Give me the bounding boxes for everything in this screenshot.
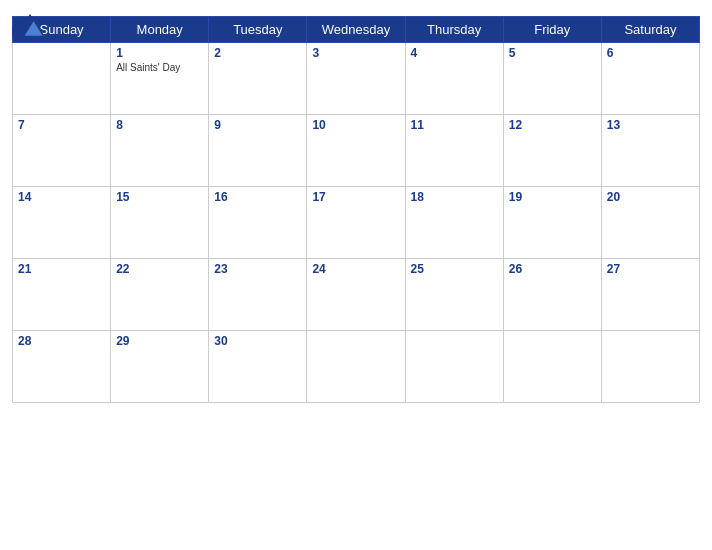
calendar-cell: 21 [13,259,111,331]
date-number: 16 [214,190,301,204]
calendar-cell: 25 [405,259,503,331]
day-header-monday: Monday [111,17,209,43]
date-number: 23 [214,262,301,276]
date-number: 18 [411,190,498,204]
date-number: 25 [411,262,498,276]
day-header-friday: Friday [503,17,601,43]
date-number: 7 [18,118,105,132]
date-number: 22 [116,262,203,276]
calendar-cell: 8 [111,115,209,187]
calendar-cell: 16 [209,187,307,259]
logo [12,10,48,38]
calendar-cell: 27 [601,259,699,331]
date-number: 9 [214,118,301,132]
days-header-row: Sunday Monday Tuesday Wednesday Thursday… [13,17,700,43]
date-number: 30 [214,334,301,348]
calendar-cell: 5 [503,43,601,115]
calendar-cell: 17 [307,187,405,259]
calendar-cell: 7 [13,115,111,187]
day-header-wednesday: Wednesday [307,17,405,43]
calendar-cell [307,331,405,403]
calendar-container: Sunday Monday Tuesday Wednesday Thursday… [0,0,712,550]
date-number: 21 [18,262,105,276]
svg-rect-2 [12,27,23,36]
calendar-cell: 6 [601,43,699,115]
date-number: 15 [116,190,203,204]
calendar-cell: 2 [209,43,307,115]
date-number: 20 [607,190,694,204]
calendar-cell: 3 [307,43,405,115]
day-header-saturday: Saturday [601,17,699,43]
calendar-cell: 11 [405,115,503,187]
date-number: 14 [18,190,105,204]
calendar-cell: 22 [111,259,209,331]
calendar-week-row: 21222324252627 [13,259,700,331]
calendar-cell [601,331,699,403]
calendar-cell: 12 [503,115,601,187]
calendar-cell: 15 [111,187,209,259]
date-number: 11 [411,118,498,132]
calendar-cell: 23 [209,259,307,331]
calendar-week-row: 14151617181920 [13,187,700,259]
date-number: 1 [116,46,203,60]
date-number: 12 [509,118,596,132]
calendar-cell: 9 [209,115,307,187]
calendar-week-row: 1All Saints' Day23456 [13,43,700,115]
date-number: 29 [116,334,203,348]
calendar-week-row: 78910111213 [13,115,700,187]
calendar-cell [13,43,111,115]
calendar-cell: 28 [13,331,111,403]
day-header-thursday: Thursday [405,17,503,43]
calendar-cell: 4 [405,43,503,115]
date-number: 17 [312,190,399,204]
calendar-cell: 14 [13,187,111,259]
calendar-cell [405,331,503,403]
date-number: 5 [509,46,596,60]
calendar-cell: 18 [405,187,503,259]
calendar-cell: 1All Saints' Day [111,43,209,115]
date-number: 24 [312,262,399,276]
event-text: All Saints' Day [116,62,203,73]
date-number: 8 [116,118,203,132]
date-number: 10 [312,118,399,132]
calendar-cell: 26 [503,259,601,331]
date-number: 13 [607,118,694,132]
calendar-cell: 10 [307,115,405,187]
date-number: 2 [214,46,301,60]
calendar-cell: 19 [503,187,601,259]
calendar-week-row: 282930 [13,331,700,403]
date-number: 4 [411,46,498,60]
date-number: 3 [312,46,399,60]
date-number: 26 [509,262,596,276]
calendar-cell: 13 [601,115,699,187]
calendar-table: Sunday Monday Tuesday Wednesday Thursday… [12,16,700,403]
calendar-cell: 29 [111,331,209,403]
date-number: 28 [18,334,105,348]
calendar-cell: 24 [307,259,405,331]
date-number: 19 [509,190,596,204]
calendar-cell [503,331,601,403]
calendar-cell: 20 [601,187,699,259]
day-header-tuesday: Tuesday [209,17,307,43]
date-number: 27 [607,262,694,276]
date-number: 6 [607,46,694,60]
calendar-cell: 30 [209,331,307,403]
